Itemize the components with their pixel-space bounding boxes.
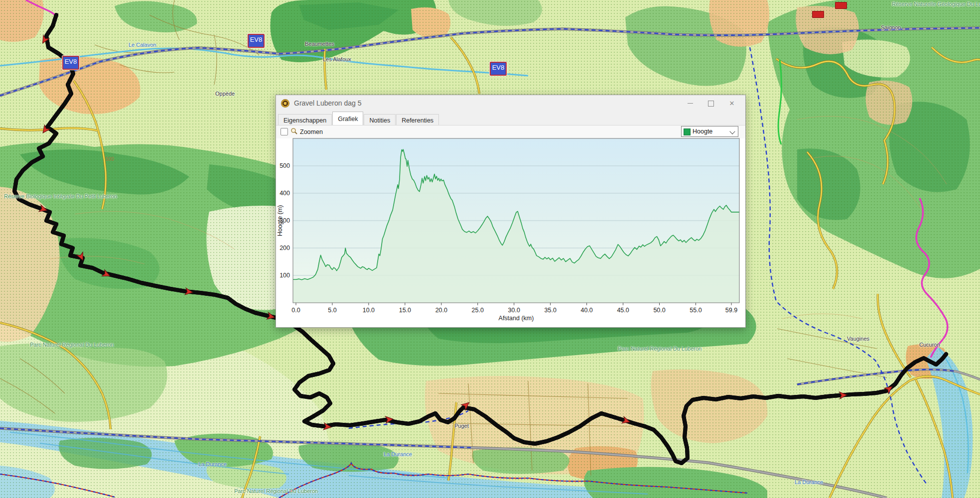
tab-eigenschappen[interactable]: Eigenschappen xyxy=(278,114,332,126)
tab-grafiek[interactable]: Grafiek xyxy=(332,112,363,125)
tab-notities[interactable]: Notities xyxy=(364,114,396,126)
ev8-route-badge: EV8 xyxy=(490,62,507,76)
svg-text:50.0: 50.0 xyxy=(653,307,665,314)
svg-text:59.9: 59.9 xyxy=(725,307,737,314)
svg-text:15.0: 15.0 xyxy=(399,307,411,314)
tab-referenties[interactable]: Referenties xyxy=(396,114,439,126)
maximize-button[interactable] xyxy=(700,95,721,112)
gr-trail xyxy=(0,463,747,498)
svg-text:200: 200 xyxy=(280,245,290,251)
elevation-chart[interactable]: 1002003004005000.05.010.015.020.025.030.… xyxy=(276,137,746,328)
svg-text:45.0: 45.0 xyxy=(617,307,629,314)
chart-toolbar: Zoomen Hoogte xyxy=(276,125,745,138)
svg-text:Hoogte (m): Hoogte (m) xyxy=(277,205,283,237)
window-titlebar[interactable]: Gravel Luberon dag 5 ✕ xyxy=(276,95,745,112)
green-trail xyxy=(778,60,781,144)
close-button[interactable]: ✕ xyxy=(721,95,742,112)
svg-text:0.0: 0.0 xyxy=(291,307,300,314)
zoom-checkbox-label: Zoomen xyxy=(300,128,323,135)
road-shield xyxy=(835,2,847,9)
ev8-route-badge: EV8 xyxy=(62,56,79,70)
svg-text:25.0: 25.0 xyxy=(472,307,484,314)
series-selector-value: Hoogte xyxy=(693,128,712,135)
svg-text:20.0: 20.0 xyxy=(435,307,447,314)
dialog-content: Zoomen Hoogte 1002003004005000.05.010.01… xyxy=(276,125,745,327)
svg-text:10.0: 10.0 xyxy=(363,307,375,314)
series-color-swatch xyxy=(684,128,691,135)
svg-text:100: 100 xyxy=(280,272,290,279)
ev8-route-badge: EV8 xyxy=(248,34,265,48)
track-icon xyxy=(281,99,289,108)
svg-text:40.0: 40.0 xyxy=(580,307,592,314)
svg-text:Afstand (km): Afstand (km) xyxy=(499,315,534,322)
track-properties-window: Gravel Luberon dag 5 ✕ EigenschappenGraf… xyxy=(276,95,746,328)
svg-text:400: 400 xyxy=(280,190,290,197)
tab-bar: EigenschappenGrafiekNotitiesReferenties xyxy=(278,112,745,125)
window-title: Gravel Luberon dag 5 xyxy=(294,99,361,107)
zoom-checkbox[interactable] xyxy=(280,128,288,135)
svg-text:500: 500 xyxy=(280,162,290,169)
magnifier-icon xyxy=(290,127,298,137)
river-streaks xyxy=(10,432,648,494)
svg-text:30.0: 30.0 xyxy=(508,307,520,314)
road-shield xyxy=(812,11,824,18)
series-selector[interactable]: Hoogte xyxy=(681,126,738,137)
minimize-button[interactable] xyxy=(680,95,700,112)
svg-text:5.0: 5.0 xyxy=(328,307,336,314)
svg-text:55.0: 55.0 xyxy=(690,307,701,314)
chevron-down-icon xyxy=(729,128,735,134)
svg-text:35.0: 35.0 xyxy=(545,307,557,314)
